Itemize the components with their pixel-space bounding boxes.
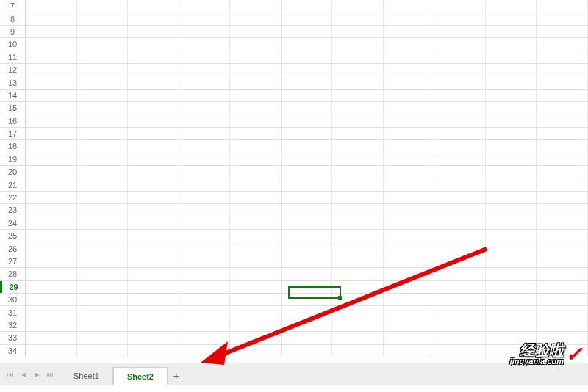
grid-cell[interactable] bbox=[26, 294, 77, 305]
grid-cell[interactable] bbox=[434, 345, 486, 357]
grid-cell[interactable] bbox=[179, 217, 231, 229]
grid-cell[interactable] bbox=[434, 140, 486, 152]
grid-cell[interactable] bbox=[332, 345, 384, 357]
grid-cell[interactable] bbox=[26, 332, 77, 344]
row-header[interactable]: 32 bbox=[0, 319, 26, 331]
row-header[interactable]: 29 bbox=[0, 281, 26, 293]
grid-cell[interactable] bbox=[282, 204, 333, 216]
grid-cell[interactable] bbox=[77, 230, 129, 242]
grid-cell[interactable] bbox=[282, 217, 333, 229]
grid-cell[interactable] bbox=[77, 281, 129, 293]
grid-cell[interactable] bbox=[332, 102, 384, 114]
grid-cell[interactable] bbox=[384, 281, 435, 293]
grid-cell[interactable] bbox=[179, 242, 231, 254]
grid-cell[interactable] bbox=[179, 192, 231, 203]
grid-cell[interactable] bbox=[230, 268, 282, 280]
grid-cell[interactable] bbox=[128, 38, 179, 50]
grid-cell[interactable] bbox=[384, 204, 435, 216]
grid-cell[interactable] bbox=[282, 153, 333, 165]
grid-cell[interactable] bbox=[384, 153, 435, 165]
grid-cell[interactable] bbox=[179, 102, 231, 114]
grid-cell[interactable] bbox=[434, 242, 486, 254]
grid-cell[interactable] bbox=[537, 12, 588, 24]
grid-cell[interactable] bbox=[77, 204, 129, 216]
row-header[interactable]: 19 bbox=[0, 153, 26, 165]
grid-cell[interactable] bbox=[537, 90, 588, 101]
grid-cell[interactable] bbox=[77, 102, 129, 114]
row-header[interactable]: 16 bbox=[0, 115, 26, 127]
grid-cell[interactable] bbox=[179, 12, 231, 24]
grid-cell[interactable] bbox=[486, 204, 537, 216]
grid-cell[interactable] bbox=[332, 166, 384, 178]
grid-cell[interactable] bbox=[282, 12, 333, 24]
grid-cell[interactable] bbox=[332, 217, 384, 229]
grid-cell[interactable] bbox=[128, 0, 179, 12]
grid-cell[interactable] bbox=[128, 166, 179, 178]
grid-cell[interactable] bbox=[26, 0, 77, 12]
grid-cell[interactable] bbox=[434, 90, 486, 101]
grid-cell[interactable] bbox=[384, 192, 435, 203]
grid-cell[interactable] bbox=[77, 64, 129, 76]
grid-cell[interactable] bbox=[77, 306, 129, 318]
grid-cell[interactable] bbox=[486, 178, 537, 190]
grid-cell[interactable] bbox=[282, 76, 333, 88]
grid-cell[interactable] bbox=[26, 26, 77, 37]
row-header[interactable]: 21 bbox=[0, 178, 26, 190]
grid-cell[interactable] bbox=[77, 38, 129, 50]
grid-cell[interactable] bbox=[128, 51, 179, 63]
grid-cell[interactable] bbox=[537, 204, 588, 216]
grid-cell[interactable] bbox=[434, 76, 486, 88]
grid-cell[interactable] bbox=[26, 319, 77, 331]
grid-cell[interactable] bbox=[486, 192, 537, 203]
grid-cell[interactable] bbox=[26, 281, 77, 293]
grid-cell[interactable] bbox=[537, 64, 588, 76]
grid-cell[interactable] bbox=[26, 345, 77, 357]
grid-cell[interactable] bbox=[26, 230, 77, 242]
grid-cell[interactable] bbox=[537, 178, 588, 190]
grid-cell[interactable] bbox=[434, 306, 486, 318]
grid-cell[interactable] bbox=[26, 192, 77, 203]
grid-cell[interactable] bbox=[486, 38, 537, 50]
grid-cell[interactable] bbox=[26, 153, 77, 165]
grid-cell[interactable] bbox=[230, 319, 282, 331]
grid-cell[interactable] bbox=[332, 128, 384, 139]
grid-cell[interactable] bbox=[179, 204, 231, 216]
grid-cell[interactable] bbox=[282, 140, 333, 152]
grid-cell[interactable] bbox=[128, 242, 179, 254]
grid-cell[interactable] bbox=[230, 281, 282, 293]
grid-cell[interactable] bbox=[282, 128, 333, 139]
row-header[interactable]: 28 bbox=[0, 268, 26, 280]
grid-cell[interactable] bbox=[26, 306, 77, 318]
grid-cell[interactable] bbox=[486, 128, 537, 139]
grid-cell[interactable] bbox=[179, 345, 231, 357]
grid-cell[interactable] bbox=[384, 115, 435, 127]
grid-cell[interactable] bbox=[282, 102, 333, 114]
row-header[interactable]: 20 bbox=[0, 166, 26, 178]
grid-cell[interactable] bbox=[26, 12, 77, 24]
grid-cell[interactable] bbox=[282, 166, 333, 178]
grid-cell[interactable] bbox=[179, 230, 231, 242]
grid-cell[interactable] bbox=[26, 204, 77, 216]
grid-cell[interactable] bbox=[230, 153, 282, 165]
grid-cell[interactable] bbox=[332, 51, 384, 63]
row-header[interactable]: 31 bbox=[0, 306, 26, 318]
grid-cell[interactable] bbox=[384, 140, 435, 152]
grid-cell[interactable] bbox=[128, 12, 179, 24]
grid-cell[interactable] bbox=[537, 76, 588, 88]
grid-cell[interactable] bbox=[230, 242, 282, 254]
grid-cell[interactable] bbox=[384, 217, 435, 229]
grid-cell[interactable] bbox=[77, 128, 129, 139]
grid-cell[interactable] bbox=[384, 26, 435, 37]
grid-cell[interactable] bbox=[230, 192, 282, 203]
grid-cell[interactable] bbox=[282, 38, 333, 50]
row-header[interactable]: 24 bbox=[0, 217, 26, 229]
grid-cell[interactable] bbox=[486, 12, 537, 24]
tab-sheet1[interactable]: Sheet1 bbox=[60, 367, 113, 385]
grid-cell[interactable] bbox=[179, 51, 231, 63]
grid-cell[interactable] bbox=[128, 281, 179, 293]
grid-cell[interactable] bbox=[128, 217, 179, 229]
grid-cell[interactable] bbox=[486, 64, 537, 76]
grid-cell[interactable] bbox=[77, 332, 129, 344]
grid-cell[interactable] bbox=[179, 294, 231, 305]
grid-cell[interactable] bbox=[230, 294, 282, 305]
